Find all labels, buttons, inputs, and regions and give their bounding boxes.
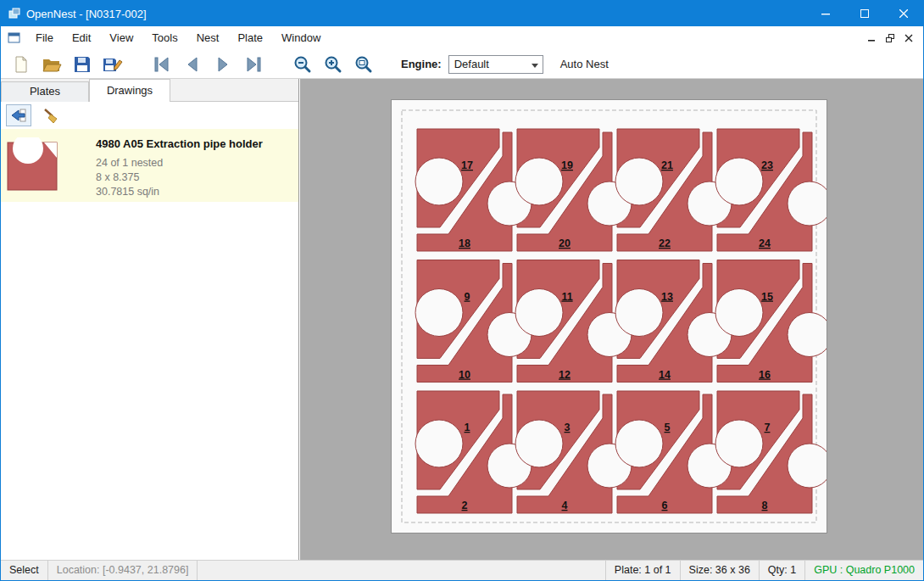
- import-drawing-button[interactable]: [6, 104, 31, 126]
- part-cutout: [415, 289, 463, 337]
- sidebar-tabs: Plates Drawings: [1, 79, 298, 102]
- new-file-button[interactable]: [6, 52, 36, 77]
- part-cutout: [615, 420, 663, 467]
- engine-label: Engine:: [401, 58, 442, 70]
- part-number: 9: [465, 291, 470, 303]
- mdi-window-controls: [862, 26, 918, 50]
- zoom-in-icon: [324, 55, 342, 74]
- part-cutout: [415, 158, 463, 205]
- save-edit-icon: [103, 55, 123, 74]
- drawing-list-item[interactable]: 4980 A05 Extraction pipe holder 24 of 1 …: [1, 129, 298, 202]
- menu-item-file[interactable]: File: [26, 26, 63, 50]
- part-number: 16: [759, 369, 771, 381]
- part-number: 20: [559, 237, 571, 249]
- tab-plates[interactable]: Plates: [1, 81, 89, 102]
- part-number: 4: [562, 500, 568, 511]
- part-cutout: [515, 420, 563, 467]
- part-cutout: [788, 313, 827, 357]
- engine-value: Default: [449, 58, 489, 70]
- zoom-in-button[interactable]: [318, 52, 348, 77]
- titlebar: OpenNest - [N0317-002]: [1, 1, 923, 26]
- save-button[interactable]: [67, 52, 97, 77]
- part-number: 13: [661, 291, 673, 303]
- status-mode: Select: [1, 561, 47, 580]
- part-number: 19: [561, 159, 573, 171]
- auto-nest-button[interactable]: Auto Nest: [560, 58, 609, 70]
- previous-plate-button[interactable]: [177, 52, 208, 77]
- part-number: 17: [461, 159, 473, 171]
- chevron-down-icon: [532, 64, 538, 68]
- part-number: 3: [565, 422, 571, 433]
- minimize-icon[interactable]: [806, 1, 845, 26]
- zoom-fit-icon: [354, 55, 373, 74]
- part-cutout: [715, 420, 763, 467]
- part-number: 8: [762, 500, 768, 511]
- part-number: 12: [559, 369, 571, 381]
- menu-item-plate[interactable]: Plate: [228, 26, 272, 50]
- part-cutout: [715, 289, 763, 337]
- close-icon[interactable]: [884, 1, 923, 26]
- plate[interactable]: 171819202122232491011121314151612345678: [391, 99, 827, 534]
- open-folder-icon: [42, 55, 62, 74]
- broom-icon: [42, 107, 59, 124]
- tab-drawings[interactable]: Drawings: [89, 79, 170, 102]
- new-file-icon: [12, 55, 31, 74]
- status-qty: Qty: 1: [759, 561, 804, 580]
- drawing-nested-count: 24 of 1 nested: [96, 156, 263, 170]
- menu-item-window[interactable]: Window: [272, 26, 330, 50]
- sidebar-toolbar: [1, 102, 298, 129]
- part-number: 6: [662, 500, 668, 511]
- statusbar: Select Location: [-0.9437, 21.8796] Plat…: [1, 560, 923, 580]
- next-plate-button[interactable]: [208, 52, 238, 77]
- part-cutout: [515, 289, 563, 337]
- first-icon: [153, 56, 171, 73]
- clear-drawings-button[interactable]: [38, 104, 64, 126]
- part-number: 5: [665, 422, 671, 433]
- engine-dropdown[interactable]: Default: [448, 55, 543, 74]
- part-number: 7: [765, 422, 771, 433]
- part-number: 15: [761, 291, 773, 303]
- part-cutout: [788, 444, 827, 488]
- part-number: 23: [761, 159, 773, 171]
- zoom-fit-button[interactable]: [348, 52, 379, 77]
- first-plate-button[interactable]: [147, 52, 177, 77]
- menu-items: FileEditViewToolsNestPlateWindow: [26, 26, 330, 50]
- menu-item-nest[interactable]: Nest: [187, 26, 229, 50]
- part-number: 11: [561, 291, 572, 303]
- menu-item-view[interactable]: View: [100, 26, 142, 50]
- part-number: 1: [465, 422, 470, 433]
- sidebar: Plates Drawings 4980 A05 Extraction pipe…: [1, 79, 299, 560]
- part-number: 22: [659, 237, 671, 249]
- save-edit-button[interactable]: [97, 52, 128, 77]
- zoom-out-button[interactable]: [287, 52, 318, 77]
- status-location: Location: [-0.9437, 21.8796]: [47, 561, 198, 580]
- menu-item-tools[interactable]: Tools: [142, 26, 186, 50]
- previous-icon: [183, 56, 202, 73]
- window-title: OpenNest - [N0317-002]: [26, 8, 147, 20]
- part-number: 18: [459, 237, 470, 249]
- drawing-item-text: 4980 A05 Extraction pipe holder 24 of 1 …: [67, 129, 263, 202]
- status-gpu: GPU : Quadro P1000: [804, 561, 923, 580]
- mdi-restore-icon[interactable]: [881, 29, 899, 47]
- part-thumbnail: [6, 137, 60, 202]
- mdi-close-icon[interactable]: [899, 29, 918, 47]
- part-cutout: [615, 158, 663, 205]
- last-icon: [244, 56, 263, 73]
- drawing-title: 4980 A05 Extraction pipe holder: [96, 137, 263, 150]
- part-cutout: [615, 289, 663, 337]
- menu-item-edit[interactable]: Edit: [63, 26, 100, 50]
- drawing-area: 30.7815 sq/in: [96, 185, 263, 199]
- part-number: 21: [661, 159, 673, 171]
- part-cutout: [515, 158, 563, 205]
- mdi-minimize-icon[interactable]: [862, 29, 881, 47]
- zoom-out-icon: [293, 55, 312, 74]
- part-number: 24: [759, 237, 771, 249]
- import-arrow-icon: [10, 107, 27, 124]
- maximize-icon[interactable]: [845, 1, 884, 26]
- open-button[interactable]: [36, 52, 67, 77]
- document-icon: [8, 31, 21, 45]
- last-plate-button[interactable]: [238, 52, 269, 77]
- nest-canvas[interactable]: 171819202122232491011121314151612345678: [300, 79, 923, 560]
- part-number: 14: [659, 369, 671, 381]
- nest-svg: 171819202122232491011121314151612345678: [392, 100, 827, 533]
